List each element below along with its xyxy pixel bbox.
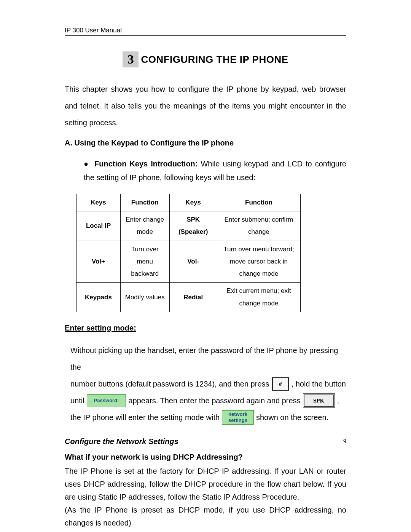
chapter-number-box: 3 — [123, 51, 139, 67]
configure-network-heading: Configure the Network Settings — [65, 437, 346, 446]
table-row: Vol+ Turn over menu backward Vol- Turn o… — [76, 241, 301, 283]
cell-key: Vol+ — [76, 241, 121, 283]
flow-text: appears. Then enter the password again a… — [128, 392, 300, 409]
enter-setting-mode-heading: Enter setting mode: — [65, 324, 346, 332]
flow-text: shown on the screen. — [256, 409, 328, 426]
cell-key: Vol- — [169, 241, 217, 283]
cell-key: Local IP — [76, 211, 121, 241]
bullet-dot: ● — [84, 157, 91, 171]
bullet-lead: Function Keys Introduction: — [94, 160, 198, 168]
hash-key-icon: # — [272, 377, 289, 391]
flow-text: the IP phone will enter the setting mode… — [70, 409, 220, 426]
lcd-password-box: Password: — [87, 394, 126, 407]
spk-key-icon: SPK — [303, 393, 335, 408]
document-page: IP 300 User Manual 3 CONFIGURING THE IP … — [0, 0, 411, 529]
lcd-line1: network — [228, 411, 247, 417]
cell-func: Turn over menu backward — [120, 241, 169, 283]
enter-setting-mode-text: Enter setting mode — [65, 324, 134, 332]
section-a-heading: A. Using the Keypad to Configure the IP … — [65, 139, 346, 147]
dhcp-paragraph-1: The IP Phone is set at the factory for D… — [65, 465, 346, 503]
flow-text: until — [70, 392, 84, 409]
running-header: IP 300 User Manual — [65, 27, 346, 36]
th-function-1: Function — [120, 194, 169, 211]
cell-func: Enter change mode — [120, 211, 169, 241]
intro-paragraph: This chapter shows you how to configure … — [65, 81, 346, 131]
function-keys-table: Keys Function Keys Function Local IP Ent… — [76, 194, 301, 312]
flow-text: number buttons (default password is 1234… — [70, 375, 269, 392]
dhcp-question-heading: What if your network is using DHCP Addre… — [65, 453, 346, 462]
th-keys-1: Keys — [76, 194, 121, 211]
cell-func: Modify values — [120, 283, 169, 312]
flow-text: , hold the button — [292, 375, 346, 392]
cell-func: Enter submenu; confirm change — [217, 211, 300, 241]
setting-mode-flow: Without picking up the handset, enter th… — [70, 342, 346, 426]
flow-text: Without picking up the handset, enter th… — [70, 342, 346, 375]
table-row: Local IP Enter change mode SPK (Speaker)… — [76, 211, 301, 241]
th-keys-2: Keys — [169, 194, 217, 211]
cell-key: Redial — [169, 283, 217, 312]
cell-key: Keypads — [76, 283, 121, 312]
flow-text: , — [337, 392, 339, 409]
chapter-title: 3 CONFIGURING THE IP PHONE — [65, 51, 346, 67]
lcd-network-settings-box: network settings — [222, 410, 254, 424]
dhcp-paragraph-2: (As the IP Phone is preset as DHCP mode,… — [65, 503, 346, 529]
table-header-row: Keys Function Keys Function — [76, 194, 301, 211]
lcd-line2: settings — [228, 417, 247, 423]
chapter-title-text: CONFIGURING THE IP PHONE — [141, 54, 288, 66]
cell-func: Exit current menu; exit change mode — [217, 283, 300, 312]
cell-key: SPK (Speaker) — [169, 211, 217, 241]
table-row: Keypads Modify values Redial Exit curren… — [76, 283, 301, 312]
page-number: 9 — [343, 438, 346, 445]
th-function-2: Function — [217, 194, 300, 211]
function-keys-bullet: ● Function Keys Introduction: While usin… — [84, 157, 346, 184]
cell-func: Turn over menu forward; move cursor back… — [217, 241, 300, 283]
